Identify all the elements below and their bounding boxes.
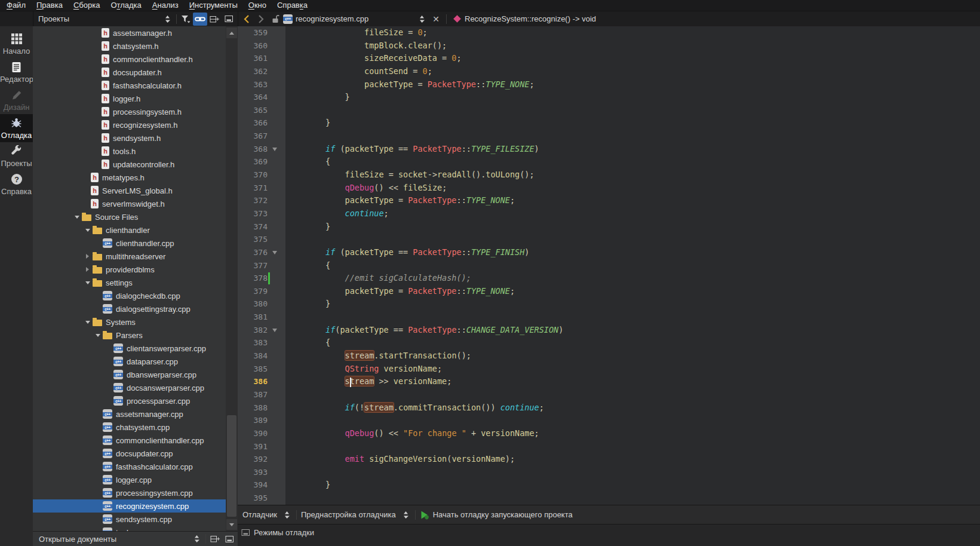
gutter[interactable]: 371 xyxy=(238,182,285,195)
tree-item-assetsmanager.h[interactable]: hassetsmanager.h xyxy=(33,26,238,39)
code-line-371[interactable]: 371 qDebug() << fileSize; xyxy=(238,182,980,195)
gutter[interactable]: 377 xyxy=(238,259,285,272)
tree-item-ServerLMS_global.h[interactable]: hServerLMS_global.h xyxy=(33,184,238,197)
code-line-370[interactable]: 370 fileSize = socket->readAll().toULong… xyxy=(238,168,980,182)
menu-item-build[interactable]: Сборка xyxy=(68,0,106,11)
collapse-arrow-icon[interactable] xyxy=(82,321,93,324)
menu-item-analyze[interactable]: Анализ xyxy=(147,0,184,11)
code-line-384[interactable]: 384 stream.startTransaction(); xyxy=(238,349,980,363)
gutter[interactable]: 394 xyxy=(238,478,285,492)
sort-spinner-icon[interactable] xyxy=(189,532,204,545)
code-line-367[interactable]: 367 xyxy=(238,130,980,143)
code-line-393[interactable]: 393 xyxy=(238,466,980,479)
gutter[interactable]: 359 xyxy=(238,26,285,39)
code-line-377[interactable]: 377 { xyxy=(238,259,980,272)
tree-item-tools.h[interactable]: htools.h xyxy=(33,145,238,158)
menu-item-debug[interactable]: Отладка xyxy=(105,0,146,11)
gutter[interactable]: 376 xyxy=(238,246,285,259)
split-new-window-icon[interactable] xyxy=(208,532,222,545)
close-panel-icon[interactable] xyxy=(222,532,236,545)
code-line-366[interactable]: 366 } xyxy=(238,116,980,130)
gutter[interactable]: 387 xyxy=(238,388,285,401)
gutter[interactable]: 370 xyxy=(238,168,285,182)
tree-item-Systems[interactable]: Systems xyxy=(33,315,238,329)
code-line-385[interactable]: 385 QString versionName; xyxy=(238,363,980,376)
tree-item-processparser.cpp[interactable]: c++processparser.cpp xyxy=(33,394,238,407)
code-line-395[interactable]: 395 xyxy=(238,492,980,505)
gutter[interactable]: 381 xyxy=(238,311,285,324)
code-line-373[interactable]: 373 continue; xyxy=(238,207,980,220)
tree-item-docsupdater.h[interactable]: hdocsupdater.h xyxy=(33,66,238,79)
forward-chevron-icon[interactable] xyxy=(254,13,268,26)
code-line-379[interactable]: 379 packetType = PacketType::TYPE_NONE; xyxy=(238,285,980,298)
scroll-down-icon[interactable] xyxy=(226,519,237,530)
sidebar-item-projects[interactable]: Проекты xyxy=(0,142,33,170)
tree-item-fasthashcalculator.h[interactable]: hfasthashcalculator.h xyxy=(33,79,238,92)
code-line-368[interactable]: 368 if (packetType == PacketType::TYPE_F… xyxy=(238,143,980,156)
close-panel-icon[interactable] xyxy=(222,13,236,26)
tree-item-chatsystem.cpp[interactable]: c++chatsystem.cpp xyxy=(33,421,238,434)
tree-item-logger.cpp[interactable]: c++logger.cpp xyxy=(33,473,238,486)
tree-item-assetsmanager.cpp[interactable]: c++assetsmanager.cpp xyxy=(33,407,238,421)
gutter[interactable]: 382 xyxy=(238,324,285,337)
gutter[interactable]: 362 xyxy=(238,65,285,78)
project-tree[interactable]: hassetsmanager.hhchatsystem.hhcommonclie… xyxy=(33,26,238,531)
tree-item-docsupdater.cpp[interactable]: c++docsupdater.cpp xyxy=(33,447,238,460)
gutter[interactable]: 392 xyxy=(238,453,285,466)
code-line-364[interactable]: 364 } xyxy=(238,91,980,104)
gutter[interactable]: 375 xyxy=(238,233,285,246)
tree-item-settings[interactable]: settings xyxy=(33,276,238,289)
tree-item-recognizesystem.cpp[interactable]: c++recognizesystem.cpp xyxy=(33,499,238,513)
tree-scrollbar[interactable] xyxy=(226,26,238,531)
gutter[interactable]: 380 xyxy=(238,297,285,311)
code-line-392[interactable]: 392 emit sigChangeVersion(versionName); xyxy=(238,453,980,466)
code-line-361[interactable]: 361 sizeReceiveData = 0; xyxy=(238,52,980,65)
expand-arrow-icon[interactable] xyxy=(82,267,93,272)
symbol-breadcrumb[interactable]: RecognizeSystem::recognize() -> void xyxy=(452,14,596,23)
tree-item-tools.cpp[interactable]: c++tools.cpp xyxy=(33,526,238,531)
gutter[interactable]: 363 xyxy=(238,78,285,91)
fold-marker-icon[interactable] xyxy=(272,148,277,151)
code-line-360[interactable]: 360 tmpBlock.clear(); xyxy=(238,39,980,53)
tree-item-sendsystem.h[interactable]: hsendsystem.h xyxy=(33,131,238,145)
tree-item-dialogcheckdb.cpp[interactable]: c++dialogcheckdb.cpp xyxy=(33,289,238,302)
tree-item-Parsers[interactable]: Parsers xyxy=(33,329,238,342)
code-line-363[interactable]: 363 packetType = PacketType::TYPE_NONE; xyxy=(238,78,980,91)
start-debug-icon[interactable] xyxy=(417,508,432,522)
gutter[interactable]: 364 xyxy=(238,91,285,104)
collapse-arrow-icon[interactable] xyxy=(93,334,103,337)
gutter[interactable]: 373 xyxy=(238,207,285,220)
menu-item-help[interactable]: Справка xyxy=(272,0,313,11)
gutter[interactable]: 391 xyxy=(238,440,285,453)
code-line-375[interactable]: 375 xyxy=(238,233,980,246)
open-document-tab[interactable]: c++ recognizesystem.cpp ✕ xyxy=(268,11,444,27)
debugger-combobox[interactable]: Отладчик xyxy=(242,510,277,519)
code-line-388[interactable]: 388 if(!stream.commitTransaction()) cont… xyxy=(238,401,980,415)
collapse-arrow-icon[interactable] xyxy=(82,229,93,232)
code-line-376[interactable]: 376 if (packetType == PacketType::TYPE_F… xyxy=(238,246,980,259)
tree-item-dialogsettingstray.cpp[interactable]: c++dialogsettingstray.cpp xyxy=(33,302,238,315)
code-line-390[interactable]: 390 qDebug() << "For change " + versionN… xyxy=(238,427,980,440)
gutter[interactable]: 361 xyxy=(238,52,285,65)
menu-item-window[interactable]: Окно xyxy=(243,0,272,11)
code-line-381[interactable]: 381 xyxy=(238,311,980,324)
gutter[interactable]: 390 xyxy=(238,427,285,440)
code-line-387[interactable]: 387 xyxy=(238,388,980,401)
tree-item-dataparser.cpp[interactable]: c++dataparser.cpp xyxy=(33,355,238,368)
code-line-386[interactable]: 386 stream >> versionName; xyxy=(238,375,980,388)
gutter[interactable]: 386 xyxy=(238,375,285,388)
tree-item-clientanswerparser.cpp[interactable]: c++clientanswerparser.cpp xyxy=(33,342,238,355)
gutter[interactable]: 385 xyxy=(238,363,285,376)
gutter[interactable]: 368 xyxy=(238,143,285,156)
gutter[interactable]: 372 xyxy=(238,194,285,207)
gutter[interactable]: 389 xyxy=(238,414,285,427)
gutter[interactable]: 365 xyxy=(238,104,285,117)
fold-marker-icon[interactable] xyxy=(272,329,277,332)
tree-item-dbanswerparser.cpp[interactable]: c++dbanswerparser.cpp xyxy=(33,368,238,381)
tree-item-processingsystem.h[interactable]: hprocessingsystem.h xyxy=(33,105,238,118)
sort-spinner-icon[interactable] xyxy=(160,13,174,26)
tree-item-metatypes.h[interactable]: hmetatypes.h xyxy=(33,171,238,184)
tree-item-chatsystem.h[interactable]: hchatsystem.h xyxy=(33,39,238,53)
tree-item-clienthandler[interactable]: clienthandler xyxy=(33,223,238,237)
scroll-up-icon[interactable] xyxy=(226,27,237,38)
